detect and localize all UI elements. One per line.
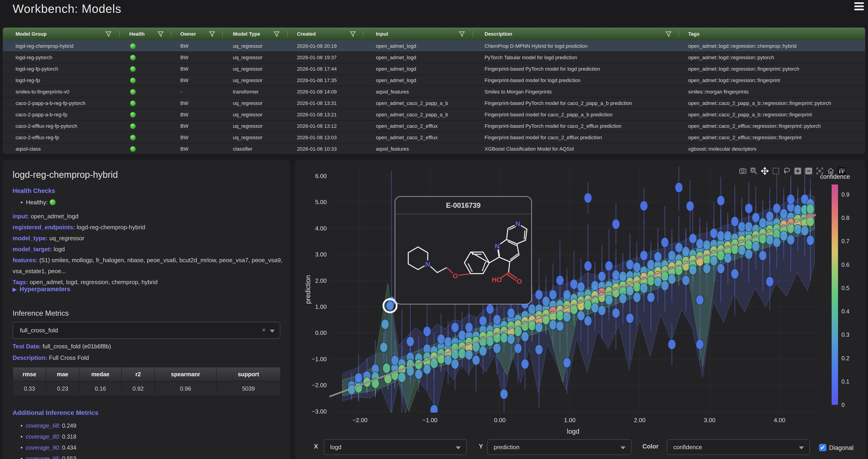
pan-icon[interactable] (761, 167, 769, 175)
cell-created: 2026-01-08 13:03 (297, 132, 337, 143)
molecule-structure: N O N N HO O (395, 214, 531, 304)
zoom-in-icon[interactable] (794, 167, 802, 175)
additional-metric: • coverage_95: 0.553 (21, 453, 76, 459)
table-row[interactable]: caco-2-papp-a-b-reg-fp-pytorchBWuq_regre… (3, 98, 865, 109)
svg-text:0.9: 0.9 (841, 191, 849, 198)
table-row[interactable]: smiles-to-fingerprints-v0-transformer202… (3, 86, 865, 98)
health-status-icon (130, 43, 136, 49)
scatter-plot[interactable]: −3.00−2.00−1.000.001.002.003.004.005.006… (295, 160, 865, 459)
cell-owner: BW (180, 109, 188, 121)
metric-value-r2: 0.92 (122, 381, 155, 396)
box-select-icon[interactable] (772, 167, 780, 175)
table-row[interactable]: caco-2-efflux-reg-fpBWuq_regressor2026-0… (3, 132, 865, 143)
inference-metrics-heading: Inference Metrics (12, 309, 69, 318)
y-axis-select[interactable]: prediction (487, 439, 631, 455)
svg-text:2.00: 2.00 (634, 417, 646, 424)
cell-tags: open_admet::logd::regression::pytorch (688, 52, 774, 63)
filter-icon[interactable] (350, 31, 356, 37)
filter-icon[interactable] (105, 31, 112, 37)
filter-icon[interactable] (665, 31, 672, 37)
svg-text:0.2: 0.2 (841, 355, 849, 361)
cell-model_type: uq_regressor (233, 98, 262, 109)
table-row[interactable]: caco-2-efflux-reg-fp-pytorchBWuq_regress… (3, 121, 865, 132)
cell-model_group: aqsol-class (16, 143, 41, 154)
chevron-down-icon (270, 330, 275, 333)
svg-text:N: N (516, 220, 520, 227)
column-header-owner[interactable]: Owner (180, 28, 196, 40)
svg-text:0.4: 0.4 (841, 308, 849, 315)
cell-model_group: caco-2-papp-a-b-reg-fp (16, 109, 67, 121)
inference-run-select[interactable]: full_cross_fold × (12, 322, 280, 339)
cell-tags: open_admet::caco_2_efflux::regression::f… (688, 121, 820, 132)
health-status-icon (130, 146, 136, 152)
cell-model_type: uq_regressor (233, 75, 262, 86)
field-features: features: (51) smiles, mollogp, fr_halog… (12, 255, 283, 276)
svg-text:−2.00: −2.00 (352, 417, 367, 424)
table-row[interactable]: aqsol-classBWclassifier2026-01-06 10:33a… (3, 143, 865, 154)
hamburger-menu-icon[interactable] (854, 2, 864, 12)
diagonal-checkbox[interactable]: ✔ (819, 444, 826, 451)
health-status-icon (130, 135, 136, 140)
table-row[interactable]: logd-reg-fpBWuq_regressor2026-01-08 17:3… (3, 75, 865, 86)
x-axis-select[interactable]: logd (324, 439, 467, 455)
svg-text:0.7: 0.7 (841, 238, 849, 244)
cell-owner: BW (180, 143, 188, 154)
cell-input: open_admet_caco_2_papp_a_b (376, 98, 448, 109)
cell-description: Fingerprint-based PyTorch model for logd… (485, 63, 600, 75)
cell-model_group: logd-reg-pytorch (16, 52, 52, 63)
column-header-health[interactable]: Health (129, 28, 145, 40)
svg-text:4.00: 4.00 (774, 417, 785, 424)
camera-icon[interactable] (739, 167, 747, 175)
column-header-description[interactable]: Description (485, 28, 512, 40)
svg-text:O: O (453, 272, 458, 280)
svg-text:0.8: 0.8 (841, 215, 849, 221)
cell-model_group: logd-reg-chemprop-hybrid (16, 40, 73, 52)
table-row[interactable]: logd-reg-fp-pytorchBWuq_regressor2026-01… (3, 63, 865, 75)
filter-icon[interactable] (459, 31, 465, 37)
column-header-created[interactable]: Created (297, 28, 316, 40)
cell-input: open_admet_caco_2_efflux (376, 132, 438, 143)
table-row[interactable]: caco-2-papp-a-b-reg-fpBWuq_regressor2026… (3, 109, 865, 121)
filter-icon[interactable] (209, 31, 215, 37)
reset-home-icon[interactable] (827, 167, 835, 175)
description-row: Description: Full Cross Fold (12, 354, 89, 361)
cell-description: Fingerprint-based model for caco_2_efflu… (485, 132, 602, 143)
health-checks-link[interactable]: Health Checks (12, 188, 55, 195)
svg-text:−2.00: −2.00 (312, 382, 327, 389)
cell-model_group: caco-2-papp-a-b-reg-fp-pytorch (16, 98, 86, 109)
zoom-icon[interactable] (750, 167, 758, 175)
cell-input: open_admet_logd (376, 75, 416, 86)
table-row[interactable]: logd-reg-chemprop-hybridBWuq_regressor20… (3, 40, 865, 52)
molecule-tooltip: E-0016739 N O N (395, 196, 532, 304)
column-separator (287, 31, 288, 37)
additional-metric: • coverage_80: 0.318 (21, 431, 76, 442)
table-row[interactable]: logd-reg-pytorchBWuq_regressor2026-01-08… (3, 52, 865, 63)
plotly-logo-icon[interactable] (838, 167, 845, 175)
cell-tags: open_admet::logd::regression::fingerprin… (688, 63, 799, 75)
column-header-model-group[interactable]: Model Group (16, 28, 47, 40)
svg-text:3.00: 3.00 (315, 251, 327, 258)
filter-icon[interactable] (274, 31, 280, 37)
column-header-model-type[interactable]: Model Type (233, 28, 260, 40)
cell-tags: open_admet::caco_2_papp_a_b::regression:… (688, 98, 831, 109)
color-select[interactable]: confidence (667, 439, 810, 455)
cell-description: Fingerprint-based PyTorch model for caco… (485, 121, 622, 132)
column-header-tags[interactable]: Tags (688, 28, 700, 40)
hyperparameters-toggle[interactable]: ▶Hyperparameters (12, 286, 70, 293)
additional-metrics-heading[interactable]: Additional Inference Metrics (12, 409, 98, 417)
zoom-out-icon[interactable] (805, 167, 813, 175)
chevron-down-icon (456, 447, 461, 449)
cell-model_type: uq_regressor (233, 40, 262, 52)
clear-selection-icon[interactable]: × (262, 326, 266, 334)
metric-value-spearmanr: 0.96 (155, 381, 216, 396)
cell-input: open_admet_caco_2_papp_a_b (376, 109, 448, 121)
filter-icon[interactable] (158, 31, 163, 37)
cell-input: open_admet_logd (376, 40, 416, 52)
lasso-select-icon[interactable] (783, 167, 791, 175)
field-registered_endpoints: registered_endpoints: logd-reg-chemprop-… (12, 222, 283, 233)
svg-text:0.00: 0.00 (494, 417, 506, 424)
svg-text:0.3: 0.3 (841, 331, 849, 338)
cell-model_group: logd-reg-fp (16, 75, 40, 86)
autoscale-icon[interactable] (816, 167, 824, 175)
column-header-input[interactable]: Input (376, 28, 388, 40)
